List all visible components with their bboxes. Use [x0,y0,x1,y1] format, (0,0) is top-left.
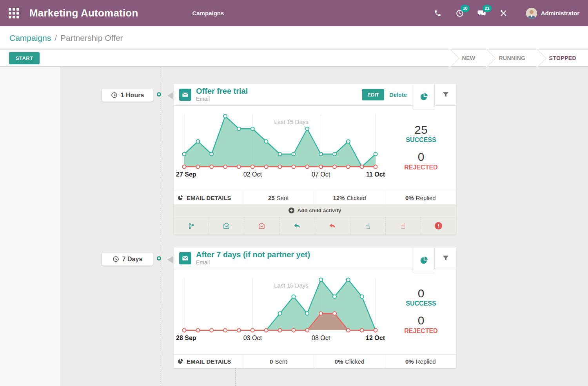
activity-chart-1: Last 15 Days27 Sep02 Oct07 Oct11 Oct [174,106,386,191]
activity-type-label: Email [196,96,248,102]
avatar [526,8,537,19]
success-label[interactable]: SUCCESS [406,300,436,307]
edit-button[interactable]: EDIT [362,89,384,100]
breadcrumb-separator: / [54,33,57,43]
mail-replied-icon[interactable] [279,217,315,235]
activity-card-header: Offer free trial Email EDIT Delete [174,84,413,105]
rejected-label[interactable]: REJECTED [404,328,437,335]
email-metrics-row: EMAIL DETAILS 0Sent 0%Clicked 0%Replied [174,354,456,368]
filter-tab-funnel-icon[interactable] [435,248,456,269]
card-arrow-notch-2 [167,256,173,263]
rejected-count: 0 [418,314,425,328]
area-chart-last-15-days: Last 15 Days27 Sep02 Oct07 Oct11 Oct [174,106,386,191]
mail-not-replied-icon[interactable] [315,217,350,235]
mail-clicked-icon[interactable]: ☝ [350,217,386,235]
svg-text:03 Oct: 03 Oct [243,335,262,341]
clock-icon [111,92,118,98]
email-details-cell[interactable]: EMAIL DETAILS [174,191,243,204]
sent-metric-cell[interactable]: 0Sent [243,355,314,368]
activity-kpis: 25 SUCCESS 0 REJECTED [386,106,456,191]
activity-type-label: Email [196,259,310,266]
trigger-delay-label: 7 Days [122,256,143,263]
mail-bounced-icon[interactable] [421,217,456,235]
start-button[interactable]: START [9,52,40,64]
nav-menu-campaigns[interactable]: Campaigns [192,10,224,16]
tools-icon[interactable] [499,8,509,18]
stage-pipeline: NEW RUNNING STOPPED [450,50,588,66]
success-label[interactable]: SUCCESS [406,137,436,144]
activity-kpis: 0 SUCCESS 0 REJECTED [386,269,456,354]
messages-count-badge: 21 [483,5,491,12]
apps-menu-icon[interactable] [9,8,19,18]
activity-card-offer-free-trial: Offer free trial Email EDIT Delete Last … [174,84,456,235]
child-activity-connector-line [235,368,236,386]
activity-card-after-7-days: After 7 days (if not partner yet) Email … [174,248,456,368]
activity-title[interactable]: After 7 days (if not partner yet) [196,250,310,259]
stage-stopped[interactable]: STOPPED [537,50,588,66]
app-title: Marketing Automation [29,7,138,19]
trigger-delay-pill-2[interactable]: 7 Days [102,253,153,266]
email-envelope-icon [179,252,191,264]
activities-clock-icon[interactable]: 10 [455,8,465,18]
svg-text:Last 15 Days: Last 15 Days [274,118,309,125]
delete-button[interactable]: Delete [389,91,407,98]
mail-not-clicked-icon[interactable]: ☝ [386,217,421,235]
activity-card-header: After 7 days (if not partner yet) Email [174,248,413,269]
filter-tab-funnel-icon[interactable] [435,84,456,105]
action-bar: START NEW RUNNING STOPPED [0,50,588,67]
breadcrumb-current: Partnership Offer [60,33,123,43]
activity-fork-icon[interactable] [174,217,209,235]
mail-not-opened-icon[interactable] [244,217,279,235]
plus-circle-icon [289,208,294,213]
activity-stats-row: Last 15 Days27 Sep02 Oct07 Oct11 Oct 25 … [174,105,456,191]
email-envelope-icon [179,89,191,101]
success-count: 25 [414,123,427,137]
pie-chart-icon [177,195,183,201]
workflow-timeline-line [160,67,160,386]
svg-text:08 Oct: 08 Oct [312,335,330,341]
campaign-workflow-canvas: 1 Hours 7 Days Offer free trial Email ED… [0,67,588,386]
user-menu[interactable]: Administrator [526,8,579,19]
mail-opened-icon[interactable] [209,217,244,235]
child-trigger-icons-row: ☝ ☝ [174,217,456,235]
phone-icon[interactable] [433,8,443,18]
trigger-delay-pill-1[interactable]: 1 Hours [102,89,153,102]
activity-title[interactable]: Offer free trial [196,87,248,96]
svg-text:28 Sep: 28 Sep [176,335,196,341]
sent-metric-cell[interactable]: 25Sent [243,191,314,204]
email-metrics-row: EMAIL DETAILS 25Sent 12%Clicked 0%Replie… [174,191,456,204]
svg-text:07 Oct: 07 Oct [312,171,330,178]
activity-stats-row: Last 15 Days28 Sep03 Oct08 Oct12 Oct 0 S… [174,269,456,354]
breadcrumb-parent-link[interactable]: Campaigns [9,33,51,43]
clicked-metric-cell[interactable]: 0%Clicked [314,355,385,368]
svg-text:27 Sep: 27 Sep [176,171,196,178]
replied-metric-cell[interactable]: 0%Replied [385,191,456,204]
clicked-metric-cell[interactable]: 12%Clicked [314,191,385,204]
activities-count-badge: 10 [461,5,469,12]
replied-metric-cell[interactable]: 0%Replied [385,355,456,368]
graph-tab-pie-icon[interactable] [413,84,434,109]
trigger-delay-label: 1 Hours [121,92,144,99]
left-margin-strip [0,67,61,386]
email-details-cell[interactable]: EMAIL DETAILS [174,355,243,368]
timeline-node-1[interactable] [157,92,161,96]
success-count: 0 [418,287,425,300]
graph-tab-pie-icon[interactable] [413,248,434,273]
messages-icon[interactable]: 21 [477,8,487,18]
area-chart-last-15-days: Last 15 Days28 Sep03 Oct08 Oct12 Oct [174,269,386,355]
svg-text:12 Oct: 12 Oct [366,335,385,341]
svg-text:02 Oct: 02 Oct [243,171,262,178]
add-child-activity-button[interactable]: Add child activity [174,204,456,217]
topbar-right: 10 21 Administrator [433,8,579,19]
clock-icon [113,256,119,262]
svg-text:Last 15 Days: Last 15 Days [274,282,309,289]
rejected-label[interactable]: REJECTED [404,164,437,171]
top-navbar: Marketing Automation Campaigns 10 21 Adm… [0,0,588,26]
svg-text:11 Oct: 11 Oct [366,171,385,178]
rejected-count: 0 [418,150,425,164]
pie-chart-icon [177,358,183,364]
breadcrumb: Campaigns / Partnership Offer [0,26,588,50]
card-arrow-notch-1 [167,92,173,99]
activity-chart-2: Last 15 Days28 Sep03 Oct08 Oct12 Oct [174,269,386,355]
timeline-node-2[interactable] [157,256,161,260]
